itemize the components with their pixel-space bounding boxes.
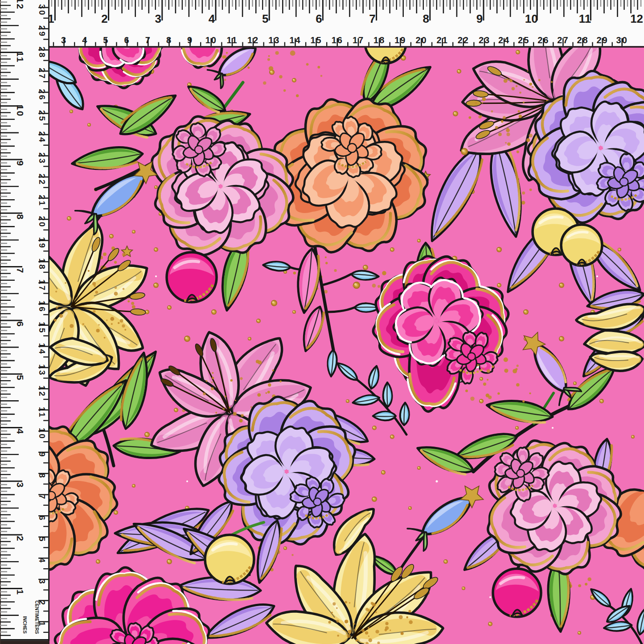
svg-text:9: 9 bbox=[187, 35, 193, 45]
svg-text:11: 11 bbox=[226, 35, 238, 45]
svg-text:1: 1 bbox=[48, 12, 54, 25]
svg-text:9: 9 bbox=[37, 452, 46, 458]
svg-text:INCHES: INCHES bbox=[22, 616, 28, 634]
svg-text:9: 9 bbox=[15, 160, 25, 167]
svg-text:4: 4 bbox=[209, 12, 215, 25]
svg-text:20: 20 bbox=[37, 216, 47, 228]
svg-text:5: 5 bbox=[37, 537, 47, 543]
svg-text:12: 12 bbox=[37, 386, 47, 398]
svg-text:CENTIMETERS: CENTIMETERS bbox=[34, 600, 40, 634]
svg-text:7: 7 bbox=[145, 35, 151, 45]
svg-text:7: 7 bbox=[15, 268, 25, 274]
svg-text:6: 6 bbox=[124, 35, 130, 45]
svg-text:6: 6 bbox=[37, 516, 47, 522]
svg-text:13: 13 bbox=[268, 35, 280, 45]
svg-text:16: 16 bbox=[332, 35, 343, 45]
svg-text:8: 8 bbox=[37, 473, 47, 480]
svg-text:10: 10 bbox=[525, 12, 538, 25]
svg-text:17: 17 bbox=[37, 279, 47, 291]
svg-text:19: 19 bbox=[394, 35, 406, 45]
svg-text:3: 3 bbox=[155, 12, 161, 25]
svg-text:29: 29 bbox=[596, 35, 608, 45]
svg-text:13: 13 bbox=[37, 364, 47, 376]
svg-text:23: 23 bbox=[37, 152, 47, 164]
svg-text:24: 24 bbox=[498, 35, 510, 45]
svg-text:23: 23 bbox=[479, 35, 490, 45]
svg-text:12: 12 bbox=[247, 35, 259, 45]
svg-text:8: 8 bbox=[423, 12, 429, 25]
svg-text:7: 7 bbox=[37, 494, 47, 500]
svg-text:16: 16 bbox=[37, 301, 47, 313]
svg-text:11: 11 bbox=[37, 407, 47, 418]
svg-text:27: 27 bbox=[557, 35, 569, 45]
svg-text:22: 22 bbox=[458, 35, 469, 45]
svg-text:3: 3 bbox=[61, 35, 67, 45]
svg-text:20: 20 bbox=[415, 35, 427, 45]
svg-text:7: 7 bbox=[369, 12, 375, 25]
svg-text:4: 4 bbox=[15, 429, 25, 435]
svg-text:9: 9 bbox=[476, 12, 483, 25]
svg-text:24: 24 bbox=[37, 131, 47, 143]
svg-text:3: 3 bbox=[37, 579, 47, 585]
svg-text:21: 21 bbox=[437, 35, 448, 45]
svg-text:11: 11 bbox=[15, 51, 25, 63]
svg-text:26: 26 bbox=[37, 89, 47, 101]
svg-text:10: 10 bbox=[37, 428, 47, 440]
svg-text:8: 8 bbox=[15, 214, 25, 220]
svg-text:14: 14 bbox=[289, 35, 301, 45]
svg-text:11: 11 bbox=[579, 12, 591, 25]
svg-text:26: 26 bbox=[537, 35, 549, 45]
svg-text:19: 19 bbox=[37, 237, 47, 249]
svg-text:30: 30 bbox=[616, 35, 628, 45]
svg-text:17: 17 bbox=[353, 35, 364, 45]
svg-text:25: 25 bbox=[518, 35, 529, 45]
svg-text:4: 4 bbox=[37, 558, 47, 564]
svg-text:14: 14 bbox=[37, 343, 47, 355]
svg-text:5: 5 bbox=[262, 12, 268, 25]
svg-text:18: 18 bbox=[37, 258, 47, 271]
svg-text:28: 28 bbox=[577, 35, 588, 45]
svg-text:21: 21 bbox=[37, 195, 47, 207]
svg-text:10: 10 bbox=[15, 105, 25, 117]
svg-text:29: 29 bbox=[37, 25, 47, 37]
svg-text:15: 15 bbox=[310, 35, 322, 45]
svg-text:1: 1 bbox=[15, 590, 25, 596]
svg-text:28: 28 bbox=[37, 46, 47, 58]
svg-text:12: 12 bbox=[630, 12, 643, 25]
svg-text:27: 27 bbox=[37, 68, 47, 80]
svg-text:30: 30 bbox=[37, 4, 47, 16]
svg-text:5: 5 bbox=[103, 35, 109, 45]
svg-text:12: 12 bbox=[15, 0, 25, 10]
svg-text:10: 10 bbox=[205, 35, 217, 45]
svg-text:4: 4 bbox=[82, 35, 88, 45]
svg-text:5: 5 bbox=[15, 375, 25, 381]
svg-text:25: 25 bbox=[37, 110, 47, 122]
svg-text:3: 3 bbox=[15, 482, 25, 488]
svg-text:15: 15 bbox=[37, 322, 47, 334]
svg-text:6: 6 bbox=[316, 12, 322, 25]
svg-text:2: 2 bbox=[101, 12, 107, 25]
svg-text:18: 18 bbox=[373, 35, 385, 45]
svg-text:2: 2 bbox=[15, 536, 25, 542]
svg-text:8: 8 bbox=[166, 35, 172, 45]
svg-text:6: 6 bbox=[15, 321, 25, 328]
svg-text:22: 22 bbox=[37, 174, 47, 186]
